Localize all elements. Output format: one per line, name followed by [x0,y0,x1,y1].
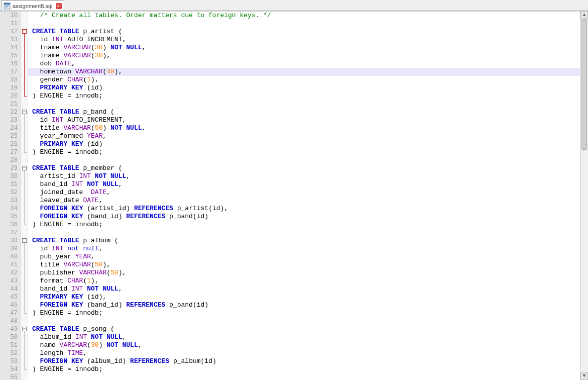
line-number: 23 [0,116,18,124]
vertical-scrollbar[interactable]: ▲ ▼ [580,11,588,380]
line-number: 15 [0,52,18,60]
line-number: 16 [0,60,18,68]
line-number: 21 [0,100,18,108]
code-line[interactable]: hometown VARCHAR(40), [28,68,588,76]
code-line[interactable]: fname VARCHAR(30) NOT NULL, [32,44,588,52]
line-number: 25 [0,132,18,140]
line-number: 28 [0,156,18,164]
code-line[interactable]: title VARCHAR(50) NOT NULL, [32,124,588,132]
code-line[interactable]: band_id INT NOT NULL, [32,180,588,188]
code-editor[interactable]: 1011121314151617181920212223242526272829… [0,11,588,380]
scroll-thumb[interactable] [581,19,587,150]
code-line[interactable]: PRIMARY KEY (id) [32,140,588,148]
code-area[interactable]: /* Create all tables. Order matters due … [28,12,588,380]
code-line[interactable]: PRIMARY KEY (id) [32,84,588,92]
scroll-track[interactable] [580,19,588,372]
code-line[interactable]: CREATE TABLE p_band ( [32,108,588,116]
code-line[interactable]: album_id INT NOT NULL, [32,333,588,341]
fold-column[interactable]: −−−−− [21,12,28,380]
line-number: 31 [0,180,18,188]
code-line[interactable]: FOREIGN KEY (band_id) REFERENCES p_band(… [32,213,588,221]
line-number: 10 [0,12,18,20]
code-line[interactable] [32,20,588,28]
line-number: 27 [0,148,18,156]
code-line[interactable] [32,100,588,108]
code-line[interactable]: /* Create all tables. Order matters due … [32,12,588,20]
code-line[interactable]: leave_date DATE, [32,197,588,205]
code-line[interactable]: CREATE TABLE p_artist ( [32,28,588,36]
fold-toggle[interactable]: − [22,29,27,34]
line-number: 12 [0,28,18,36]
scroll-down-button[interactable]: ▼ [580,372,588,380]
line-number: 11 [0,20,18,28]
code-line[interactable]: ) ENGINE = innodb; [32,92,588,100]
code-line[interactable]: title VARCHAR(50), [32,261,588,269]
code-line[interactable]: ) ENGINE = innodb; [32,365,588,373]
line-number: 26 [0,140,18,148]
file-tab[interactable]: assignment8.sql × [1,1,64,11]
code-line[interactable]: FOREIGN KEY (artist_id) REFERENCES p_art… [32,205,588,213]
code-line[interactable]: format CHAR(1), [32,277,588,285]
line-number: 46 [0,301,18,309]
code-line[interactable]: joined_date DATE, [32,188,588,197]
code-line[interactable]: band_id INT NOT NULL, [32,285,588,293]
fold-toggle[interactable]: − [22,238,27,243]
file-tab-label: assignment8.sql [13,3,53,9]
line-number: 42 [0,269,18,277]
code-line[interactable]: artist_id INT NOT NULL, [32,172,588,180]
file-icon [4,3,11,10]
svg-rect-1 [4,3,10,5]
line-number: 38 [0,237,18,245]
line-number: 17 [0,68,18,76]
line-number: 39 [0,245,18,253]
tab-bar: assignment8.sql × [0,0,588,11]
code-line[interactable]: lname VARCHAR(30), [32,52,588,60]
code-line[interactable]: gender CHAR(1), [32,76,588,84]
line-number: 18 [0,76,18,84]
code-line[interactable]: id INT AUTO_INCREMENT, [32,116,588,124]
line-number: 48 [0,317,18,325]
line-number: 53 [0,357,18,365]
code-line[interactable]: name VARCHAR(30) NOT NULL, [32,341,588,349]
line-number: 24 [0,124,18,132]
code-line[interactable]: id INT AUTO_INCREMENT, [32,36,588,44]
fold-toggle[interactable]: − [22,110,27,114]
line-number: 49 [0,325,18,333]
code-line[interactable]: dob DATE, [32,60,588,68]
line-number: 29 [0,164,18,172]
code-line[interactable]: ) ENGINE = innodb; [32,221,588,229]
svg-rect-2 [5,6,9,6]
line-number: 35 [0,213,18,221]
code-line[interactable]: id INT not null, [32,245,588,253]
code-line[interactable]: FOREIGN KEY (album_id) REFERENCES p_albu… [32,357,588,365]
code-line[interactable] [32,229,588,237]
fold-toggle[interactable]: − [22,327,27,331]
fold-toggle[interactable]: − [22,166,27,170]
code-line[interactable]: pub_year YEAR, [32,253,588,261]
code-line[interactable] [32,317,588,325]
code-line[interactable]: publisher VARCHAR(50), [32,269,588,277]
line-number: 19 [0,84,18,92]
code-line[interactable]: CREATE TABLE p_song ( [32,325,588,333]
line-number: 55 [0,373,18,380]
scroll-up-button[interactable]: ▲ [580,11,588,19]
line-number: 41 [0,261,18,269]
code-line[interactable]: CREATE TABLE p_member ( [32,164,588,172]
line-number-gutter: 1011121314151617181920212223242526272829… [0,12,21,380]
line-number: 14 [0,44,18,52]
code-line[interactable]: CREATE TABLE p_album ( [32,237,588,245]
code-line[interactable]: year_formed YEAR, [32,132,588,140]
code-line[interactable]: FOREIGN KEY (band_id) REFERENCES p_band(… [32,301,588,309]
line-number: 51 [0,341,18,349]
line-number: 47 [0,309,18,317]
code-line[interactable]: ) ENGINE = innodb; [32,148,588,156]
code-line[interactable] [32,156,588,164]
code-line[interactable] [32,373,588,380]
code-line[interactable]: length TIME, [32,349,588,357]
code-line[interactable]: PRIMARY KEY (id), [32,293,588,301]
line-number: 54 [0,365,18,373]
line-number: 32 [0,188,18,197]
close-icon[interactable]: × [56,3,62,9]
line-number: 34 [0,205,18,213]
code-line[interactable]: ) ENGINE = innodb; [32,309,588,317]
